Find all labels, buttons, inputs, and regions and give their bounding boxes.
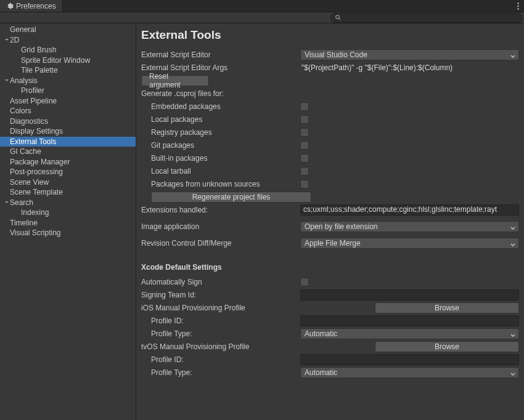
ios-provisioning-title: iOS Manual Provisioning Profile [141,304,375,312]
tvos-provisioning-title: tvOS Manual Provisioning Profile [141,342,375,351]
dropdown-value: Apple File Merge [305,239,361,248]
external-script-editor-args-value: "$(ProjectPath)" -g "$(File)":$(Line):$(… [300,63,519,72]
sidebar: General2DGrid BrushSprite Editor WindowT… [0,23,136,420]
disclosure-triangle-icon[interactable] [4,78,10,83]
sidebar-item-label: Analysis [10,76,38,86]
signing-team-id-input[interactable] [300,289,519,301]
ios-browse-button[interactable]: Browse [375,302,519,313]
sidebar-item-label: General [10,25,36,35]
svg-point-1 [517,5,518,6]
sidebar-item[interactable]: Indexing [0,208,136,218]
sidebar-item[interactable]: Package Manager [0,157,136,168]
label-auto-sign: Automatically Sign [141,278,300,286]
sidebar-item-label: GI Cache [10,147,41,157]
search-input[interactable] [330,13,523,23]
sidebar-item-label: Indexing [21,208,49,218]
chevron-down-icon [510,52,515,61]
csproj-checkbox[interactable] [300,128,309,137]
sidebar-item-label: Scene View [10,177,49,188]
sidebar-item[interactable]: Scene Template [0,187,136,198]
chevron-down-icon [510,224,515,233]
sidebar-item[interactable]: GI Cache [0,147,136,157]
extensions-handled-input[interactable]: cs;uxml;uss;shader;compute;cginc;hlsl;gl… [300,204,519,216]
dropdown-value: Automatic [305,368,337,377]
sidebar-item-label: Package Manager [10,157,70,168]
svg-point-3 [336,15,340,19]
search-icon [335,14,342,21]
label-signing-team-id: Signing Team Id: [141,291,300,299]
svg-point-2 [517,8,518,9]
dropdown-value: Visual Studio Code [305,50,367,59]
ios-profile-id-input[interactable] [300,315,519,326]
chevron-down-icon [510,370,515,379]
csproj-checkbox[interactable] [300,154,309,163]
label-image-application: Image application [141,222,300,231]
csproj-checkbox[interactable] [300,180,309,188]
label-csproj-item: Embedded packages [141,102,300,111]
gear-icon [6,2,14,10]
sidebar-item[interactable]: Post-processing [0,167,136,177]
content-area: External Tools External Script Editor Vi… [136,23,524,420]
svg-line-4 [339,18,340,20]
sidebar-item[interactable]: External Tools [0,137,136,147]
disclosure-triangle-icon[interactable] [4,38,10,42]
tab-preferences[interactable]: Preferences [0,0,63,12]
sidebar-item[interactable]: Profiler [0,86,136,96]
sidebar-item[interactable]: Analysis [0,76,136,86]
image-application-dropdown[interactable]: Open by file extension [300,221,519,232]
ios-profile-type-dropdown[interactable]: Automatic [300,328,519,339]
regenerate-project-files-button[interactable]: Regenerate project files [151,192,311,203]
sidebar-item-label: Profiler [21,86,44,96]
sidebar-item[interactable]: 2D [0,35,136,46]
label-revision-control: Revision Control Diff/Merge [141,239,300,248]
tab-title: Preferences [16,2,56,10]
label-csproj-item: Built-in packages [141,154,300,163]
auto-sign-checkbox[interactable] [300,278,309,286]
label-tvos-profile-id: Profile ID: [141,355,300,364]
sidebar-item[interactable]: Scene View [0,177,136,188]
sidebar-item[interactable]: Display Settings [0,126,136,137]
sidebar-item-label: Timeline [10,218,38,228]
label-external-script-editor-args: External Script Editor Args [141,63,300,72]
sidebar-item-label: 2D [10,35,19,46]
sidebar-item[interactable]: Grid Brush [0,45,136,55]
xcode-section-title: Xcode Default Settings [141,249,519,275]
sidebar-item-label: Post-processing [10,167,63,177]
sidebar-item[interactable]: Asset Pipeline [0,96,136,107]
label-csproj-item: Git packages [141,141,300,150]
csproj-checkbox[interactable] [300,141,309,150]
tab-menu-button[interactable] [512,0,524,12]
sidebar-item-label: External Tools [10,137,56,147]
dropdown-value: Open by file extension [305,222,378,231]
sidebar-item[interactable]: General [0,25,136,35]
sidebar-item[interactable]: Colors [0,106,136,116]
revision-control-dropdown[interactable]: Apple File Merge [300,238,519,249]
sidebar-item-label: Visual Scripting [10,228,61,238]
sidebar-item-label: Tile Palette [21,65,58,76]
label-external-script-editor: External Script Editor [141,50,300,59]
sidebar-item[interactable]: Sprite Editor Window [0,55,136,66]
sidebar-item[interactable]: Search [0,198,136,208]
tvos-profile-id-input[interactable] [300,354,519,365]
csproj-checkbox[interactable] [300,167,309,176]
page-title: External Tools [141,26,519,48]
sidebar-item[interactable]: Visual Scripting [0,228,136,238]
sidebar-item[interactable]: Diagnostics [0,116,136,127]
sidebar-item[interactable]: Timeline [0,218,136,228]
sidebar-item-label: Colors [10,106,31,116]
dropdown-value: Automatic [305,329,337,338]
sidebar-item-label: Grid Brush [21,45,56,55]
label-ios-profile-type: Profile Type: [141,329,300,338]
chevron-down-icon [510,241,515,249]
csproj-checkbox[interactable] [300,102,309,111]
tvos-browse-button[interactable]: Browse [375,341,519,352]
csproj-checkbox[interactable] [300,115,309,124]
sidebar-item[interactable]: Tile Palette [0,65,136,76]
disclosure-triangle-icon[interactable] [4,200,10,205]
reset-argument-button[interactable]: Reset argument [141,75,209,86]
external-script-editor-dropdown[interactable]: Visual Studio Code [300,49,519,60]
sidebar-item-label: Asset Pipeline [10,96,57,107]
sidebar-item-label: Diagnostics [10,116,48,127]
sidebar-item-label: Sprite Editor Window [21,55,90,66]
tvos-profile-type-dropdown[interactable]: Automatic [300,367,519,378]
